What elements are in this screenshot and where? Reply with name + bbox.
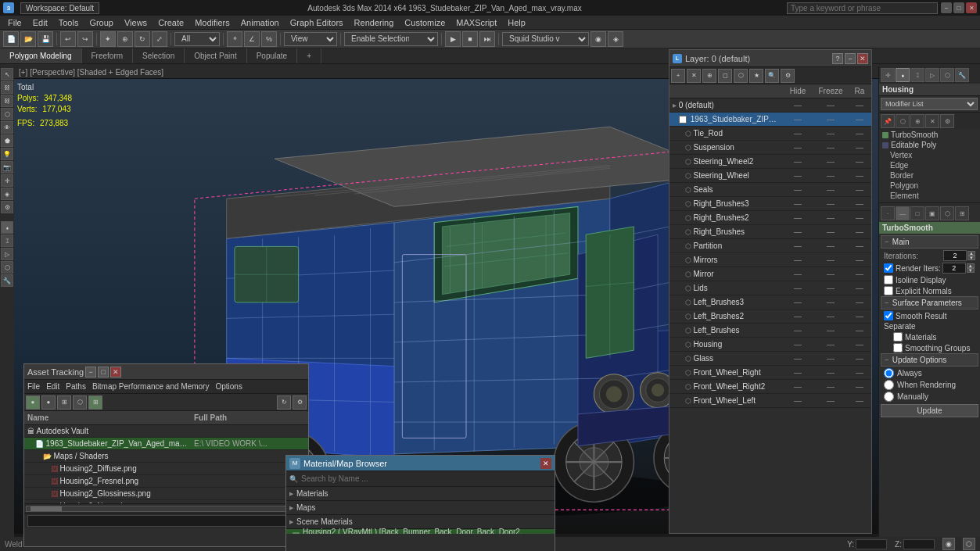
configure-btn[interactable]: ⚙ [940,114,954,128]
toolbar-play[interactable]: ▶ [445,31,461,47]
layer-row-item-6[interactable]: ⬡ Right_Brushes2 — — — [669,211,871,225]
layer-row-item-10[interactable]: ⬡ Mirror — — — [669,267,871,281]
menu-modifiers[interactable]: Modifiers [190,17,235,28]
selection-filter-dropdown[interactable]: All [174,32,220,46]
left-btn-bind[interactable]: ⬡ [1,108,13,120]
when-rendering-radio[interactable] [884,380,894,390]
toolbar-open[interactable]: 📂 [20,31,36,47]
asset-menu-options[interactable]: Options [215,382,242,391]
left-btn-unlink[interactable]: ⛓ [1,95,13,107]
tab-selection[interactable]: Selection [133,48,185,63]
asset-btn-3[interactable]: ⊞ [57,395,71,410]
toolbar-new[interactable]: 📄 [3,31,19,47]
sub-obj-vertex-btn[interactable]: · [881,206,895,220]
maximize-icon[interactable]: □ [953,2,964,13]
layer-row-item-15[interactable]: ⬡ Housing — — — [669,338,871,352]
close-icon[interactable]: ✕ [966,2,977,13]
view-dropdown[interactable]: View [284,32,337,46]
iterations-down[interactable]: ▼ [967,256,975,260]
edge-sub[interactable]: Edge [879,160,980,170]
render-iters-input[interactable] [942,263,966,274]
tab-populate[interactable]: Populate [247,48,297,63]
layer-row-item-12[interactable]: ⬡ Left_Brushes3 — — — [669,295,871,309]
menu-rendering[interactable]: Rendering [350,17,399,28]
vertex-sub[interactable]: Vertex [879,150,980,160]
asset-menu-edit[interactable]: Edit [46,382,59,391]
layer-row-item-0[interactable]: ⬡ Tie_Rod — — — [669,127,871,141]
materials-section[interactable]: Materials [286,487,555,501]
toolbar-extra1[interactable]: ◉ [591,31,606,47]
layer-row-item-19[interactable]: ⬡ Front_Wheel_Left — — — [669,394,871,408]
left-btn-display[interactable]: ⬡ [1,261,13,274]
tab-polygon-modeling[interactable]: Polygon Modeling [0,48,82,63]
layer-row-item-18[interactable]: ⬡ Front_Wheel_Right2 — — — [669,380,871,394]
toolbar-rotate[interactable]: ↻ [135,31,150,47]
toolbar-select[interactable]: ✦ [100,31,116,47]
search-input[interactable] [787,2,938,14]
toolbar-percent-snap[interactable]: % [261,31,277,47]
asset-row-0[interactable]: 🏛 Autodesk Vault [24,425,308,438]
squid-studio-dropdown[interactable]: Squid Studio v [502,32,589,46]
render-iters-down[interactable]: ▼ [967,268,975,273]
menu-edit[interactable]: Edit [28,17,52,28]
menu-views[interactable]: Views [120,17,152,28]
surface-params-section[interactable]: Surface Parameters [881,296,978,309]
tab-add[interactable]: + [297,48,321,63]
tab-object-paint[interactable]: Object Paint [185,48,246,63]
asset-row-2[interactable]: 📂 Maps / Shaders [24,450,308,463]
tab-hierarchy[interactable]: ⑄ [910,68,924,82]
status-bar-icon1[interactable]: ◉ [942,538,955,550]
menu-help[interactable]: Help [503,17,530,28]
manually-radio[interactable] [884,392,894,402]
asset-menu-file[interactable]: File [27,382,40,391]
remove-modifier-btn[interactable]: ✕ [925,114,939,128]
select-layer-btn[interactable]: ⬡ [734,69,748,83]
update-options-section[interactable]: Update Options [881,353,978,367]
asset-btn-1[interactable]: ● [26,395,40,410]
maps-section[interactable]: Maps [286,501,555,515]
toolbar-move[interactable]: ⊕ [117,31,133,47]
layer-row-item-13[interactable]: ⬡ Left_Brushes2 — — — [669,309,871,324]
toolbar-angle-snap[interactable]: ∠ [244,31,260,47]
border-sub[interactable]: Border [879,170,980,181]
iterations-input[interactable] [943,250,967,261]
menu-file[interactable]: File [3,17,27,28]
main-section[interactable]: Main [881,235,978,249]
toolbar-redo[interactable]: ↪ [77,31,93,47]
tab-modify[interactable]: ⬧ [896,68,910,82]
materials-checkbox[interactable] [893,332,903,342]
editable-poly-modifier[interactable]: Editable Poly [879,140,980,150]
left-btn-modify[interactable]: ⬧ [1,221,13,234]
layer-row-item-17[interactable]: ⬡ Front_Wheel_Right — — — [669,366,871,380]
material-close-btn[interactable]: ✕ [540,458,551,469]
new-layer-btn[interactable]: + [671,69,685,83]
asset-scroll-thumb[interactable] [31,506,62,511]
layer-help-btn[interactable]: ? [832,53,843,64]
asset-menu-paths[interactable]: Paths [66,382,86,391]
current-layer-btn[interactable]: ★ [749,69,763,83]
tab-display[interactable]: ⬡ [940,68,954,82]
sub-obj-border-btn[interactable]: □ [910,206,924,220]
asset-btn-2[interactable]: ● [41,395,56,410]
material-search-input[interactable] [301,474,551,483]
tab-utilities[interactable]: 🔧 [955,68,969,82]
sub-obj-elem-btn[interactable]: ⬡ [940,206,954,220]
asset-maximize-btn[interactable]: □ [98,367,109,377]
settings-btn[interactable]: ⚙ [781,69,795,83]
left-btn-motion[interactable]: ▷ [1,248,13,260]
asset-btn-5[interactable]: ⊞ [88,395,102,410]
coord-z-input[interactable] [903,539,935,549]
left-btn-link[interactable]: ⛓ [1,81,13,94]
asset-btn-4[interactable]: ⬡ [73,395,87,410]
left-btn-space[interactable]: ◈ [1,188,13,200]
layer-row-item-14[interactable]: ⬡ Left_Brushes — — — [669,324,871,338]
asset-menu-bitmap[interactable]: Bitmap Performance and Memory [92,382,210,391]
add-to-layer-btn[interactable]: ⊕ [702,69,716,83]
asset-scroll-inner[interactable] [26,506,307,512]
explicit-normals-checkbox[interactable] [884,286,893,295]
left-btn-hierarchy[interactable]: ⑄ [1,234,13,247]
sub-obj-extra-btn[interactable]: ⊞ [955,206,969,220]
left-btn-shape[interactable]: ⬟ [1,134,13,147]
polygon-sub[interactable]: Polygon [879,181,980,191]
tab-create[interactable]: ✛ [881,68,895,82]
